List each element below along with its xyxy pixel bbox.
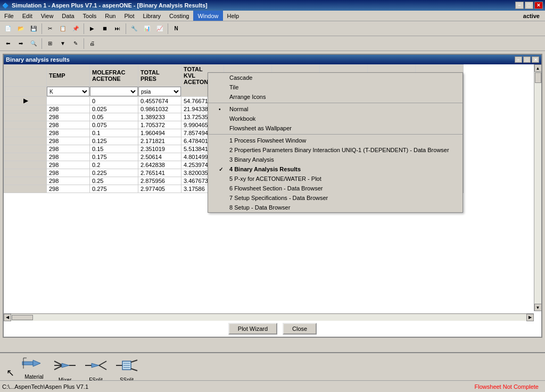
menu-edit[interactable]: Edit [18,11,37,21]
menu-help[interactable]: Help [223,11,244,21]
dd-item-2[interactable]: 2 Properties Parameters Binary Interacti… [208,145,463,155]
table-cell: 0.25 [90,177,138,185]
dd-item-8[interactable]: 8 Setup - Data Browser [208,203,463,212]
menu-data[interactable]: Data [57,11,78,21]
tb2-btn4[interactable]: ⊞ [44,38,56,49]
table-cell: 2.171821 [138,137,181,145]
table-cell: 298 [47,177,90,185]
tools-btn2[interactable]: 📊 [141,23,153,35]
dd-item7-label: 7 Setup Specifications - Data Browser [229,195,328,201]
menu-plot[interactable]: Plot [120,11,138,21]
scroll-track [534,72,541,304]
plot-wizard-button[interactable]: Plot Wizard [228,323,277,335]
dd-item-7[interactable]: 7 Setup Specifications - Data Browser [208,193,463,203]
unit-molefrac[interactable] [90,87,138,97]
menu-file[interactable]: File [0,11,18,21]
scroll-down-btn[interactable]: ▼ [534,304,542,311]
scroll-up-btn[interactable]: ▲ [534,64,542,72]
table-cell: 298 [47,153,90,161]
unit-temp-select[interactable]: K [47,87,89,96]
dd-tile-label: Tile [229,84,238,90]
table-cell: 0 [90,97,138,105]
cut-btn[interactable]: ✂ [44,23,56,35]
maximize-button[interactable]: □ [525,2,533,9]
table-cell: 0.1 [90,129,138,137]
close-button[interactable]: Close [283,323,317,335]
step-btn[interactable]: ⏭ [112,23,123,35]
scroll-left-btn[interactable]: ◀ [4,314,11,321]
menu-view[interactable]: View [37,11,58,21]
table-cell: 2.50614 [138,153,181,161]
menu-library[interactable]: Library [138,11,165,21]
row-number [4,129,47,137]
menu-bar: File Edit View Data Tools Run Plot Libra… [0,11,545,21]
dd-workbook-label: Workbook [229,115,255,122]
tb2-btn5[interactable]: ▼ [57,38,69,49]
svg-marker-1 [33,360,40,366]
col-total-pres: TOTALPRES [138,65,181,87]
N-btn[interactable]: N [170,23,182,35]
title-bar: 🔷 Simulation 1 - Aspen Plus V7.1 - aspen… [0,0,545,11]
table-cell: 0.15 [90,145,138,153]
svg-line-11 [99,361,106,365]
table-cell: 1.960494 [138,129,181,137]
dd-flowsheet-wallpaper-label: Flowsheet as Wallpaper [229,125,292,131]
dd-item-5[interactable]: 5 P-xy for ACETONE/WATER - Plot [208,174,463,184]
dd-item-4[interactable]: ✓ 4 Binary Analysis Results [208,164,463,174]
fsplit-svg [83,357,109,376]
save-btn[interactable]: 💾 [28,23,39,35]
dd-workbook[interactable]: Workbook [208,114,463,123]
dd-arrange[interactable]: Arrange Icons [208,92,463,102]
dd-flowsheet-wallpaper[interactable]: Flowsheet as Wallpaper [208,123,463,133]
dd-tile[interactable]: Tile [208,82,463,92]
table-cell: 1.389233 [138,113,181,121]
binary-maximize[interactable]: □ [523,56,531,63]
dd-item1-label: 1 Process Flowsheet Window [229,137,306,144]
unit-pres[interactable]: psia [138,87,181,97]
dd-item-3[interactable]: 3 Binary Analysis [208,155,463,164]
tb2-btn7[interactable]: 🖨 [86,38,98,49]
col-temp: TEMP [47,65,90,87]
scroll-right-btn[interactable]: ▶ [526,314,534,321]
table-cell: 2.351019 [138,145,181,153]
tb2-btn1[interactable]: ⬅ [2,38,14,49]
copy-btn[interactable]: 📋 [57,23,69,35]
unit-pres-select[interactable]: psia [138,87,181,96]
dd-arrange-label: Arrange Icons [229,94,266,100]
close-button[interactable]: ✕ [534,2,543,9]
run-btn[interactable]: ▶ [86,23,98,35]
binary-minimize[interactable]: − [515,56,522,63]
sep4 [168,23,168,34]
dd-cascade[interactable]: Cascade [208,73,463,82]
stop-btn[interactable]: ⏹ [99,23,111,35]
sep3 [126,23,126,34]
menu-costing[interactable]: Costing [165,11,193,21]
dd-item4-check: ✓ [219,166,225,172]
minimize-button[interactable]: − [515,2,524,9]
table-cell: 298 [47,129,90,137]
unit-temp[interactable]: K [47,87,90,97]
scroll-thumb[interactable] [535,72,541,83]
tools-btn1[interactable]: 🔧 [128,23,140,35]
tb2-btn2[interactable]: ➡ [15,38,27,49]
new-btn[interactable]: 📄 [2,23,14,35]
dd-item-6[interactable]: 6 Flowsheet Section - Data Browser [208,184,463,193]
tb2-btn3[interactable]: 🔍 [28,38,39,49]
dd-normal[interactable]: • Normal [208,104,463,114]
tools-btn3[interactable]: 📈 [154,23,166,35]
binary-close[interactable]: ✕ [532,56,539,63]
tb2-btn6[interactable]: ✎ [70,38,81,49]
h-scrollbar[interactable]: ◀ ▶ [4,313,534,321]
menu-tools[interactable]: Tools [79,11,101,21]
cursor-tool[interactable]: ↖ [4,365,16,381]
v-scrollbar[interactable]: ▲ ▼ [534,64,541,311]
sep2 [84,23,84,34]
menu-window[interactable]: Window [193,11,222,21]
h-scroll-thumb[interactable] [12,315,33,320]
table-cell [47,97,90,105]
unit-molefrac-select[interactable] [90,87,138,96]
paste-btn[interactable]: 📌 [70,23,81,35]
dd-item-1[interactable]: 1 Process Flowsheet Window [208,136,463,145]
open-btn[interactable]: 📂 [15,23,27,35]
menu-run[interactable]: Run [101,11,120,21]
